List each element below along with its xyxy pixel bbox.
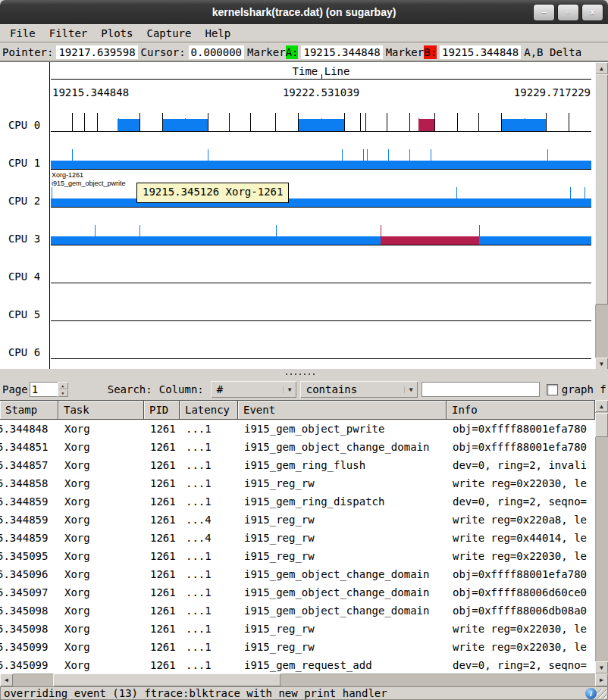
table-cell: i915_reg_rw — [238, 638, 447, 656]
spin-up-button[interactable]: ▲ — [58, 382, 68, 389]
page-label: Page — [2, 383, 28, 395]
marker-a-badge: A: — [286, 45, 299, 59]
event-tick — [409, 113, 410, 131]
table-row[interactable]: 5.345096Xorg1261...1i915_gem_object_chan… — [0, 565, 595, 583]
table-cell: ...1 — [180, 474, 238, 492]
scroll-down-button[interactable]: ▼ — [595, 358, 608, 370]
search-toolbar: Page 1 ▲ ▼ Search: Column: # ▼ contains … — [0, 379, 608, 400]
splitter-handle-icon[interactable] — [286, 373, 315, 375]
column-select[interactable]: # ▼ — [211, 381, 296, 398]
event-tick — [501, 113, 502, 131]
cpu-label: CPU 1 — [0, 158, 49, 169]
table-cell: obj=0xffff88001efa780 — [447, 420, 595, 438]
table-row[interactable]: 5.345099Xorg1261...1i915_reg_rwwrite reg… — [0, 638, 595, 656]
column-header-stamp[interactable]: Stamp — [0, 401, 58, 420]
event-tick — [478, 113, 479, 131]
table-row[interactable]: 5.344851Xorg1261...1i915_gem_object_chan… — [0, 438, 595, 456]
table-hscrollbar-thumb[interactable] — [53, 673, 280, 686]
spin-down-button[interactable]: ▼ — [58, 389, 68, 397]
table-cell: 5.344858 — [0, 474, 58, 492]
maximize-button[interactable]: ▫ — [557, 4, 579, 21]
cpu-baseline — [51, 320, 591, 321]
column-header-info[interactable]: Info — [447, 401, 595, 420]
table-row[interactable]: 5.345098Xorg1261...1i915_reg_rwwrite reg… — [0, 620, 595, 638]
minimize-icon: – — [542, 8, 547, 17]
event-tick — [139, 225, 140, 236]
menu-item-plots[interactable]: Plots — [94, 26, 139, 41]
table-cell: obj=0xffff88001efa780 — [447, 565, 595, 583]
menu-item-help[interactable]: Help — [198, 26, 237, 41]
time-axis-label: 19215.344848 — [52, 86, 129, 98]
table-cell: 1261 — [144, 529, 180, 547]
table-cell: i915_gem_object_change_domain — [238, 602, 447, 620]
table-row[interactable]: 5.345097Xorg1261...1i915_gem_object_chan… — [0, 583, 595, 602]
event-tick — [342, 149, 343, 161]
task-bar — [51, 161, 591, 169]
search-input[interactable] — [422, 382, 540, 397]
match-select[interactable]: contains ▼ — [300, 381, 418, 398]
column-header-event[interactable]: Event — [238, 401, 447, 420]
menu-item-file[interactable]: File — [3, 26, 42, 41]
table-cell: Xorg — [58, 474, 144, 492]
table-row[interactable]: 5.345095Xorg1261...1i915_reg_rwwrite reg… — [0, 547, 595, 565]
column-header-pid[interactable]: PID — [144, 401, 180, 420]
graph-vscrollbar[interactable]: ▲ ▼ — [595, 62, 608, 370]
scroll-left-button[interactable]: ◀ — [0, 673, 13, 686]
table-cell: dev=0, ring=2, seqno= — [447, 656, 595, 673]
event-tick — [569, 113, 569, 131]
info-icon[interactable]: i — [585, 688, 597, 699]
table-row[interactable]: 5.344848Xorg1261...1i915_gem_object_pwri… — [0, 420, 595, 438]
resize-grip-icon[interactable] — [597, 689, 606, 698]
column-header-task[interactable]: Task — [58, 401, 144, 420]
table-cell: Xorg — [58, 456, 144, 474]
page-spinner[interactable]: 1 ▲ ▼ — [30, 382, 68, 397]
event-tick — [363, 149, 364, 161]
table-cell: Xorg — [58, 656, 144, 673]
pane-splitter[interactable] — [0, 369, 608, 379]
table-row[interactable]: 5.344857Xorg1261...1i915_gem_ring_flushd… — [0, 456, 595, 474]
table-cell: ...1 — [180, 438, 238, 456]
table-cell: 1261 — [144, 456, 180, 474]
menu-item-capture[interactable]: Capture — [139, 26, 198, 41]
menu-item-filter[interactable]: Filter — [42, 26, 95, 41]
table-row[interactable]: 5.344859Xorg1261...1i915_gem_ring_dispat… — [0, 492, 595, 511]
table-row[interactable]: 5.344859Xorg1261...4i915_reg_rwwrite reg… — [0, 511, 595, 529]
graph-vscrollbar-thumb[interactable] — [595, 74, 608, 305]
table-row[interactable]: 5.345098Xorg1261...1i915_gem_object_chan… — [0, 602, 595, 620]
table-row[interactable]: 5.344859Xorg1261...4i915_reg_rwwrite reg… — [0, 529, 595, 547]
table-cell: Xorg — [58, 492, 144, 511]
arrow-up-icon: ▲ — [600, 403, 603, 410]
event-tick — [547, 149, 548, 161]
cursor-value: 0.000000 — [189, 45, 244, 59]
column-header-latency[interactable]: Latency — [180, 401, 238, 420]
table-cell: ...1 — [180, 638, 238, 656]
table-row[interactable]: 5.345099Xorg1261...1i915_gem_request_add… — [0, 656, 595, 673]
plot-area[interactable]: Time Line 19215.34484819222.53103919229.… — [51, 62, 591, 370]
event-tick — [546, 113, 547, 131]
table-vscrollbar-thumb[interactable] — [595, 413, 608, 437]
cpu-label: CPU 2 — [0, 195, 49, 207]
time-axis-label: 19222.531039 — [283, 86, 359, 98]
chevron-down-icon: ▼ — [404, 386, 418, 393]
close-button[interactable]: ✕ — [581, 4, 603, 21]
table-hscrollbar[interactable]: ◀ ▶ — [0, 673, 608, 686]
scroll-right-button[interactable]: ▶ — [595, 673, 608, 686]
table-cell: i915_reg_rw — [238, 511, 447, 529]
title-bar[interactable]: kernelshark(trace.dat) (on sugarbay) – ▫… — [0, 0, 608, 24]
marker-b-label: Marker — [386, 46, 425, 58]
table-cell: 5.344859 — [0, 511, 58, 529]
minimize-button[interactable]: – — [533, 4, 555, 21]
table-vscrollbar[interactable]: ▲ ▼ — [595, 400, 608, 673]
scroll-down-button[interactable]: ▼ — [595, 661, 608, 673]
graph-follows-checkbox[interactable] — [547, 384, 558, 395]
page-value[interactable]: 1 — [30, 382, 58, 397]
event-tick — [321, 118, 322, 131]
scroll-up-button[interactable]: ▲ — [595, 62, 608, 74]
task-bar — [118, 119, 139, 131]
event-tick — [434, 113, 435, 131]
table-cell: 1261 — [144, 620, 180, 638]
status-bar: overriding event (13) ftrace:blktrace wi… — [0, 686, 608, 700]
column-select-value: # — [211, 383, 283, 395]
table-row[interactable]: 5.344858Xorg1261...1i915_reg_rwwrite reg… — [0, 474, 595, 492]
scroll-up-button[interactable]: ▲ — [595, 400, 608, 412]
